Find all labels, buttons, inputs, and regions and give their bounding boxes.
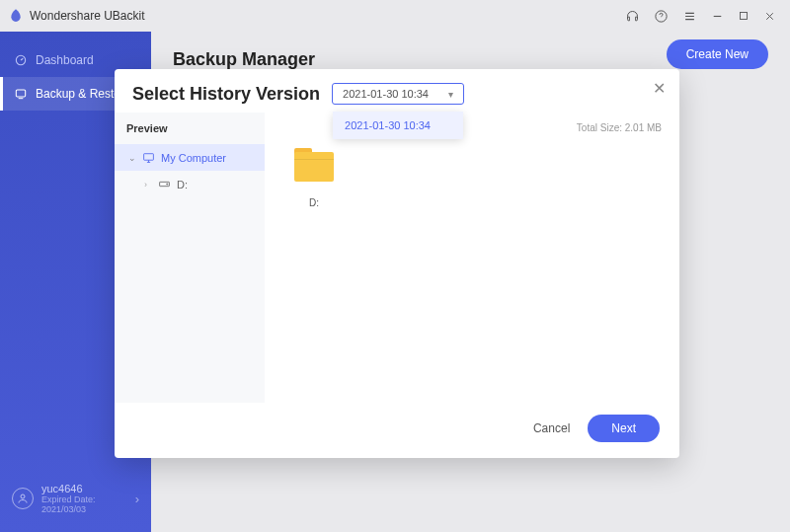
- modal-footer: Cancel Next: [115, 403, 679, 458]
- modal-title: Select History Version: [132, 84, 320, 105]
- svg-rect-1: [741, 13, 748, 20]
- version-dropdown: 2021-01-30 10:34: [333, 112, 463, 139]
- folder-icon: [294, 148, 334, 182]
- computer-icon: [142, 151, 155, 164]
- modal-body: Preview ⌄ My Computer › D: Total Size: 2…: [115, 113, 679, 403]
- minimize-icon[interactable]: [711, 10, 724, 23]
- total-size-label: Total Size: 2.01 MB: [577, 122, 662, 133]
- modal-close-button[interactable]: ✕: [653, 79, 666, 98]
- tree-node-label: D:: [177, 179, 188, 190]
- support-icon[interactable]: [625, 9, 640, 24]
- content-panel: Total Size: 2.01 MB D:: [265, 113, 679, 403]
- cancel-button[interactable]: Cancel: [533, 421, 570, 435]
- modal-header: Select History Version 2021-01-30 10:34 …: [115, 69, 679, 113]
- tree-node-drive-d[interactable]: › D:: [115, 171, 265, 197]
- expand-icon[interactable]: ›: [144, 180, 152, 190]
- app-title: Wondershare UBackit: [30, 9, 625, 23]
- next-button[interactable]: Next: [588, 415, 660, 442]
- version-select[interactable]: 2021-01-30 10:34 ▾ 2021-01-30 10:34: [332, 83, 464, 105]
- version-select-value: 2021-01-30 10:34: [343, 88, 429, 100]
- app-logo-icon: [8, 8, 24, 24]
- preview-panel: Preview ⌄ My Computer › D:: [115, 113, 265, 403]
- drive-icon: [158, 178, 171, 190]
- folder-item-d[interactable]: D:: [284, 148, 344, 208]
- menu-icon[interactable]: [682, 9, 697, 24]
- window-controls: [625, 9, 776, 24]
- preview-heading: Preview: [115, 113, 265, 144]
- svg-rect-5: [144, 154, 154, 161]
- help-icon[interactable]: [654, 9, 669, 24]
- select-version-modal: Select History Version 2021-01-30 10:34 …: [115, 69, 679, 458]
- svg-point-7: [167, 184, 168, 185]
- chevron-down-icon: ▾: [448, 89, 453, 100]
- maximize-icon[interactable]: [738, 10, 750, 22]
- tree-node-label: My Computer: [161, 152, 226, 164]
- tree-node-my-computer[interactable]: ⌄ My Computer: [115, 144, 265, 171]
- folder-label: D:: [284, 197, 344, 208]
- version-option[interactable]: 2021-01-30 10:34: [333, 112, 463, 139]
- close-icon[interactable]: [763, 10, 776, 23]
- collapse-icon[interactable]: ⌄: [128, 153, 136, 163]
- titlebar: Wondershare UBackit: [0, 0, 790, 32]
